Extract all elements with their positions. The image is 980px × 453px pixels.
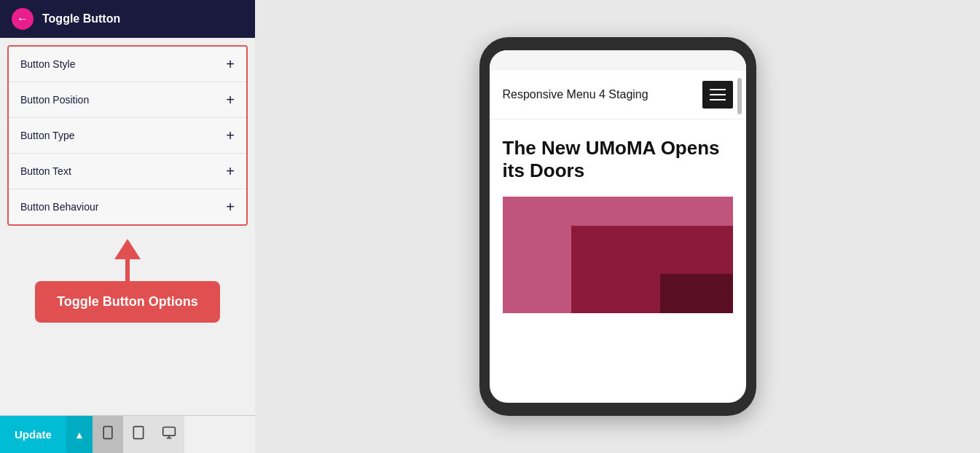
phone-mockup: Responsive Menu 4 Staging The New UMoMA … — [479, 37, 756, 416]
sidebar-content: Button Style + Button Position + Button … — [0, 38, 255, 415]
accordion-item-button-type[interactable]: Button Type + — [9, 118, 246, 154]
sidebar-panel: ← Toggle Button Button Style + Button Po… — [0, 0, 255, 453]
image-inner-block-2 — [660, 274, 733, 313]
hamburger-line-3 — [710, 99, 726, 101]
toggle-button-options-tooltip: Toggle Button Options — [35, 281, 220, 323]
phone-nav: Responsive Menu 4 Staging — [490, 71, 746, 119]
back-button[interactable]: ← — [12, 8, 34, 30]
annotation-arrow-up — [114, 239, 141, 259]
svg-rect-2 — [133, 427, 143, 439]
accordion-item-button-behaviour[interactable]: Button Behaviour + — [9, 189, 246, 224]
hamburger-line-1 — [710, 89, 726, 90]
site-title: Responsive Menu 4 Staging — [503, 88, 648, 101]
annotation-area: Toggle Button Options — [7, 232, 248, 323]
annotation-arrow-shaft — [125, 259, 130, 281]
sidebar: ← Toggle Button Button Style + Button Po… — [0, 0, 255, 453]
accordion-label-button-position: Button Position — [20, 94, 89, 106]
expand-button-type-icon: + — [226, 128, 235, 143]
image-inner-block — [571, 226, 732, 313]
sidebar-footer: Update ▲ — [0, 415, 255, 453]
update-arrow-icon: ▲ — [74, 429, 85, 441]
expand-button-position-icon: + — [226, 92, 235, 107]
device-mobile-button[interactable] — [93, 416, 123, 453]
accordion-label-button-type: Button Type — [20, 130, 74, 141]
sidebar-header: ← Toggle Button — [0, 0, 255, 38]
accordion-label-button-behaviour: Button Behaviour — [20, 201, 98, 213]
accordion-label-button-style: Button Style — [20, 58, 76, 70]
desktop-icon — [162, 425, 176, 444]
mobile-icon — [101, 425, 115, 444]
hamburger-line-2 — [710, 94, 726, 95]
phone-topbar — [490, 50, 746, 71]
hamburger-button[interactable] — [702, 81, 733, 109]
update-button[interactable]: Update — [0, 416, 66, 453]
accordion-group: Button Style + Button Position + Button … — [7, 45, 248, 226]
accordion-item-button-style[interactable]: Button Style + — [9, 47, 246, 82]
expand-button-style-icon: + — [226, 57, 235, 71]
scroll-indicator — [737, 78, 742, 114]
phone-screen: Responsive Menu 4 Staging The New UMoMA … — [490, 50, 746, 403]
article-image — [503, 197, 733, 313]
tablet-icon — [131, 425, 146, 444]
article-title: The New UMoMA Opens its Doors — [503, 137, 733, 182]
svg-rect-0 — [103, 427, 112, 439]
expand-button-text-icon: + — [226, 164, 235, 178]
main-preview: Responsive Menu 4 Staging The New UMoMA … — [255, 0, 980, 453]
phone-content: The New UMoMA Opens its Doors — [490, 119, 746, 403]
accordion-label-button-text: Button Text — [20, 165, 71, 177]
update-arrow-button[interactable]: ▲ — [66, 416, 93, 453]
sidebar-title: Toggle Button — [42, 12, 120, 25]
device-tablet-button[interactable] — [123, 416, 154, 453]
svg-rect-4 — [163, 428, 176, 436]
device-desktop-button[interactable] — [154, 416, 184, 453]
accordion-item-button-position[interactable]: Button Position + — [9, 82, 246, 118]
expand-button-behaviour-icon: + — [226, 200, 235, 214]
accordion-item-button-text[interactable]: Button Text + — [9, 154, 246, 189]
